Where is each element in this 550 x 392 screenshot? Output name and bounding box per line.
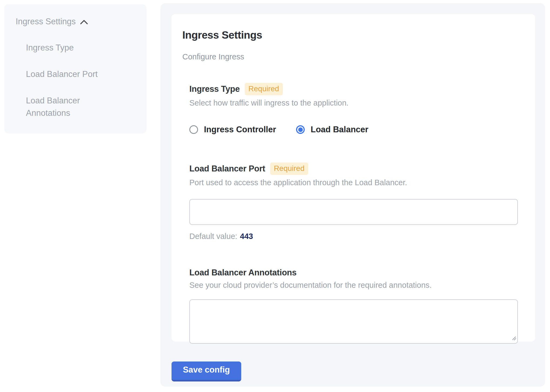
radio-load-balancer[interactable] [296, 125, 305, 134]
ingress-type-radio-group: Ingress Controller Load Balancer [189, 125, 518, 134]
ingress-settings-card: Ingress Settings Configure Ingress Ingre… [172, 14, 535, 342]
default-value-label: Default value: [189, 232, 237, 241]
save-config-button[interactable]: Save config [172, 361, 241, 381]
load-balancer-port-input[interactable] [189, 199, 518, 225]
field-description: Port used to access the application thro… [189, 178, 518, 187]
sidebar-group-ingress-settings[interactable]: Ingress Settings [16, 17, 139, 26]
sidebar-item-load-balancer-port[interactable]: Load Balancer Port [26, 68, 115, 80]
field-ingress-type: Ingress Type Required Select how traffic… [189, 83, 518, 134]
config-nav-sidebar: Ingress Settings Ingress Type Load Balan… [4, 4, 146, 133]
radio-label: Load Balancer [311, 125, 368, 134]
required-badge: Required [245, 83, 283, 95]
fields-container: Ingress Type Required Select how traffic… [189, 83, 518, 344]
field-description: Select how traffic will ingress to the a… [189, 99, 518, 107]
field-description: See your cloud provider’s documentation … [189, 281, 518, 290]
chevron-up-icon [80, 18, 88, 25]
radio-ingress-controller[interactable] [189, 125, 198, 134]
sidebar-group-label: Ingress Settings [16, 17, 76, 26]
field-load-balancer-port: Load Balancer Port Required Port used to… [189, 163, 518, 241]
field-label: Ingress Type [189, 84, 240, 94]
sidebar-item-ingress-type[interactable]: Ingress Type [26, 42, 115, 54]
radio-option-load-balancer[interactable]: Load Balancer [296, 125, 368, 134]
field-label: Load Balancer Port [189, 164, 265, 174]
load-balancer-annotations-textarea[interactable] [189, 299, 518, 344]
required-badge: Required [270, 163, 308, 175]
page-title: Ingress Settings [182, 29, 518, 41]
sidebar-item-load-balancer-annotations[interactable]: Load Balancer Annotations [26, 94, 115, 119]
config-main-panel: Ingress Settings Configure Ingress Ingre… [160, 3, 545, 387]
radio-label: Ingress Controller [204, 125, 276, 134]
annotations-textarea-wrap [189, 299, 518, 344]
sidebar-nav: Ingress Type Load Balancer Port Load Bal… [16, 42, 139, 119]
page-subtitle: Configure Ingress [182, 52, 518, 61]
field-label: Load Balancer Annotations [189, 268, 297, 278]
resize-handle-icon[interactable] [511, 335, 517, 342]
default-value-line: Default value:443 [189, 232, 518, 241]
default-value: 443 [240, 232, 253, 241]
field-load-balancer-annotations: Load Balancer Annotations See your cloud… [189, 268, 518, 344]
radio-option-ingress-controller[interactable]: Ingress Controller [189, 125, 276, 134]
